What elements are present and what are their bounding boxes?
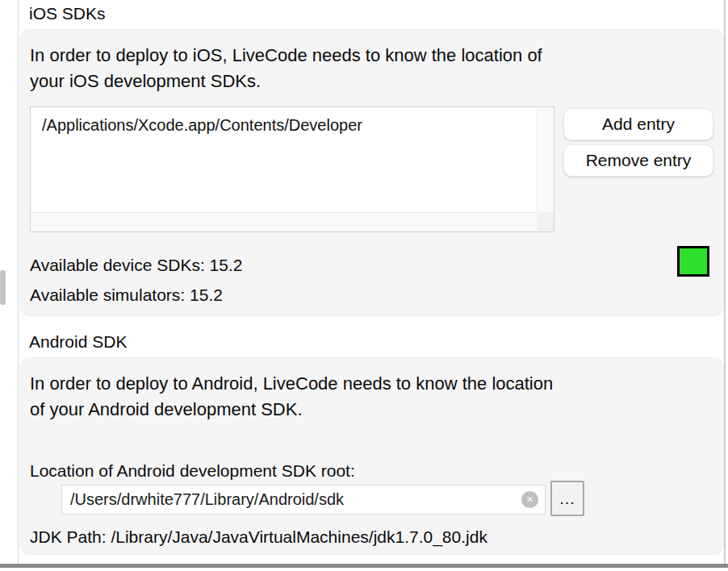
remove-entry-button[interactable]: Remove entry	[563, 144, 713, 177]
android-description-line2: of your Android development SDK.	[30, 397, 553, 423]
list-item[interactable]: /Applications/Xcode.app/Contents/Develop…	[31, 107, 537, 135]
window-bottom-edge	[0, 564, 728, 568]
android-sdk-root-input[interactable]	[61, 485, 546, 515]
jdk-path-text: JDK Path: /Library/Java/JavaVirtualMachi…	[30, 526, 487, 548]
android-sdk-panel: In order to deploy to Android, LiveCode …	[20, 357, 724, 555]
list-vertical-scrollbar[interactable]	[537, 107, 554, 212]
ios-description: In order to deploy to iOS, LiveCode need…	[30, 43, 542, 94]
clear-icon[interactable]: ✕	[521, 491, 538, 508]
list-horizontal-scrollbar[interactable]	[31, 212, 537, 231]
ios-description-line1: In order to deploy to iOS, LiveCode need…	[30, 43, 542, 69]
list-scrollbar-corner	[537, 212, 554, 231]
android-description-line1: In order to deploy to Android, LiveCode …	[30, 371, 553, 397]
ios-sdk-list[interactable]: /Applications/Xcode.app/Contents/Develop…	[30, 106, 554, 232]
available-device-sdks-text: Available device SDKs: 15.2	[30, 254, 242, 277]
pane-right-border	[724, 0, 726, 564]
browse-button[interactable]: ...	[550, 481, 584, 516]
android-sdk-root-label: Location of Android development SDK root…	[30, 460, 355, 482]
android-description: In order to deploy to Android, LiveCode …	[30, 371, 553, 423]
android-sdk-root-field-wrap: ✕	[61, 485, 546, 515]
android-sdk-heading: Android SDK	[29, 331, 127, 353]
available-simulators-text: Available simulators: 15.2	[30, 284, 223, 306]
add-entry-button[interactable]: Add entry	[563, 108, 713, 140]
ios-sdk-list-content[interactable]: /Applications/Xcode.app/Contents/Develop…	[31, 107, 537, 212]
pane-left-border	[18, 0, 19, 564]
sdk-status-indicator	[677, 246, 709, 277]
ios-sdks-heading: iOS SDKs	[29, 2, 106, 25]
ios-description-line2: your iOS development SDKs.	[30, 69, 542, 94]
vertical-scrollbar-thumb[interactable]	[0, 270, 6, 305]
ios-sdks-panel: In order to deploy to iOS, LiveCode need…	[20, 29, 724, 316]
